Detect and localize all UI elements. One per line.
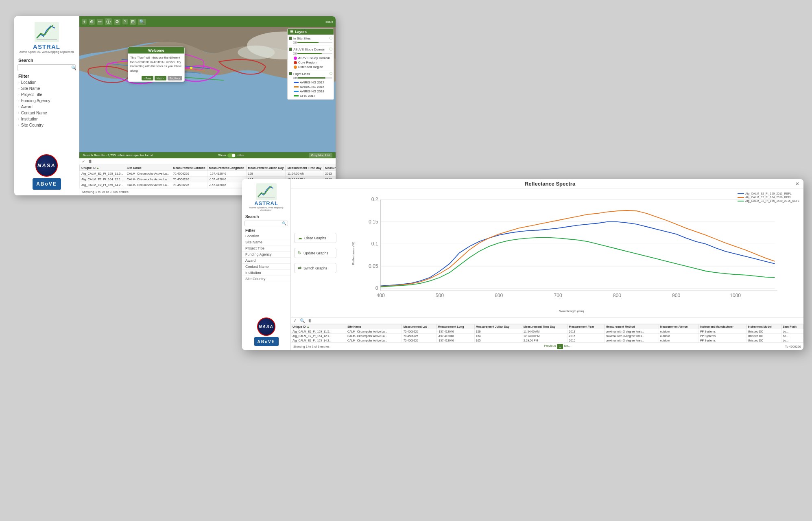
opacity-slider-above[interactable]: [297, 53, 332, 54]
graphing-list-btn[interactable]: Graphing List: [309, 153, 332, 158]
filter-award[interactable]: › Award: [14, 104, 79, 110]
add-layer-btn[interactable]: +: [82, 19, 87, 24]
second-search-icon[interactable]: 🔍: [282, 221, 286, 225]
legend-line-2: [738, 201, 744, 201]
filter-institution[interactable]: › Institution: [14, 116, 79, 122]
second-filter-location[interactable]: Location: [242, 233, 290, 239]
update-graphs-btn[interactable]: ↻ Update Graphs: [294, 248, 336, 258]
layer-above-checkbox[interactable]: [289, 48, 292, 51]
cell-site-2: CALM- Circumpolar Active La...: [125, 182, 171, 188]
filter-projecttitle[interactable]: › Project Title: [14, 92, 79, 98]
layer-insitu-checkbox[interactable]: [289, 37, 292, 40]
zoom-btn[interactable]: ⊞: [130, 19, 136, 25]
info-btn[interactable]: ⓘ: [105, 18, 112, 25]
s-col-uniqueid[interactable]: Unique ID ▲: [291, 324, 346, 329]
svg-text:0.15: 0.15: [369, 219, 378, 225]
s-col-lat[interactable]: Measurement Lat: [402, 324, 437, 329]
prev-btn[interactable]: ‹ Prev: [142, 76, 153, 81]
s-col-year[interactable]: Measurement Year: [568, 324, 604, 329]
svg-text:900: 900: [672, 293, 680, 298]
s-col-timeday[interactable]: Measurement Time Day: [522, 324, 568, 329]
search-map-btn[interactable]: 🔍: [138, 19, 146, 25]
search-icon[interactable]: 🔍: [71, 66, 76, 70]
divider-1: [289, 46, 332, 46]
second-trash-icon[interactable]: 🗑: [308, 318, 312, 323]
col-long[interactable]: Measurement Longitude: [207, 165, 246, 171]
trash-icon[interactable]: 🗑: [88, 159, 92, 164]
clear-graphs-btn[interactable]: ☁ Clear Graphs: [294, 233, 336, 243]
second-nasa-logo: NASA: [257, 317, 275, 336]
filter-sitecountry[interactable]: › Site Country: [14, 122, 79, 128]
main-window: ASTRAL Above SpectRAL Web Mapping Applic…: [14, 16, 336, 195]
second-filter-award[interactable]: Award: [242, 258, 290, 264]
second-pagination-info: Showing 1 to 3 of 3 entries: [293, 345, 330, 348]
s-col-samplath[interactable]: Sam Plath: [781, 324, 803, 329]
second-check-icon[interactable]: ✓: [293, 318, 297, 323]
chevron-right-icon: ›: [18, 93, 20, 96]
update-graphs-label: Update Graphs: [303, 251, 328, 255]
layer-insitu[interactable]: In Situ Sites ⓘ: [289, 36, 332, 41]
svg-text:400: 400: [376, 293, 384, 298]
end-tour-btn[interactable]: End tour: [168, 76, 182, 81]
layer-flightlines[interactable]: Flight Lines ⓘ: [289, 71, 332, 76]
layer-above[interactable]: ABoVE Study Domain ⓘ: [289, 47, 332, 52]
switch-graphs-btn[interactable]: ⇌ Switch Graphs: [294, 263, 336, 273]
second-prev-page[interactable]: Previous: [544, 344, 556, 349]
s-cell-time-2: 2:29:00 PM: [522, 338, 568, 343]
s-col-julian[interactable]: Measurement Julian Day: [474, 324, 522, 329]
s-cell-venue-0: outdoor: [659, 329, 698, 334]
draw-btn[interactable]: ✏: [97, 19, 103, 25]
cell-lat-2: 70.4506226: [171, 182, 207, 188]
toggle-switch[interactable]: [227, 153, 236, 158]
second-filter-institution[interactable]: Institution: [242, 270, 290, 276]
layer-flightlines-checkbox[interactable]: [289, 72, 292, 75]
next-btn[interactable]: Next ›: [155, 76, 166, 81]
s-cell-julian-1: 164: [474, 334, 522, 338]
divider-2: [289, 70, 332, 70]
opacity-slider-fl[interactable]: [297, 77, 332, 79]
second-filter-sitename[interactable]: Site Name: [242, 239, 290, 245]
second-search-input[interactable]: [246, 221, 282, 225]
s-cell-mfr-1: PP Systems: [698, 334, 747, 338]
search-input[interactable]: [20, 66, 71, 70]
second-search-map-icon[interactable]: 🔍: [300, 318, 305, 323]
s-col-long[interactable]: Measurement Long: [437, 324, 475, 329]
second-search-row[interactable]: 🔍: [244, 221, 288, 226]
s-col-sitename[interactable]: Site Name: [346, 324, 402, 329]
miles-label: miles: [237, 153, 244, 157]
second-next-page[interactable]: Ne...: [564, 344, 571, 349]
second-filter-fundingagency[interactable]: Funding Agency: [242, 252, 290, 258]
col-lat[interactable]: Measurement Latitude: [171, 165, 207, 171]
search-row[interactable]: 🔍: [17, 64, 76, 71]
filter-location[interactable]: › Location: [14, 79, 79, 85]
filter-fundingagency[interactable]: › Funding Agency: [14, 98, 79, 104]
welcome-header: Welcome: [128, 47, 184, 54]
filter-sitename[interactable]: › Site Name: [14, 85, 79, 92]
opacity-slider-insitu[interactable]: [297, 42, 332, 43]
s-col-model[interactable]: Instrument Model: [747, 324, 781, 329]
pan-btn[interactable]: ⊕: [89, 19, 95, 25]
second-page-1[interactable]: 1: [557, 344, 563, 349]
legend-item-1: Atg_CALM_E2_Pt_164_2016_REFL: [738, 196, 799, 199]
check-icon[interactable]: ✓: [82, 159, 85, 164]
col-uniqueid[interactable]: Unique ID ▲: [80, 165, 125, 171]
second-filter-projecttitle[interactable]: Project Title: [242, 245, 290, 252]
col-sitename[interactable]: Site Name: [125, 165, 171, 171]
help-btn[interactable]: ?: [122, 19, 127, 24]
s-col-venue[interactable]: Measurement Venue: [659, 324, 698, 329]
s-cell-uid-0: Atg_CALM_E2_Pt_159_11.5...: [291, 329, 346, 334]
col-julian[interactable]: Measurement Julian Day: [246, 165, 286, 171]
chart-close-btn[interactable]: ✕: [795, 181, 799, 187]
second-filter-sitecountry[interactable]: Site Country: [242, 276, 290, 282]
col-timeday[interactable]: Measurement Time Day: [286, 165, 323, 171]
second-action-row: ✓ 🔍 🗑: [291, 317, 803, 324]
settings-btn[interactable]: ⚙: [114, 19, 120, 25]
s-col-mfr[interactable]: Instrument Manufacturer: [698, 324, 747, 329]
fl-cfis2017: CFIS 2017: [294, 94, 332, 98]
filter-contactname[interactable]: › Contact Name: [14, 110, 79, 116]
sidebar-logos: NASA ABoVE: [14, 152, 79, 192]
chart-legend: Atg_CALM_E2_Pt_159_2013_REFL Atg_CALM_E2…: [738, 192, 799, 203]
second-filter-contactname[interactable]: Contact Name: [242, 264, 290, 270]
col-year[interactable]: Measurement Year: [323, 165, 336, 171]
s-col-method[interactable]: Measurement Method: [604, 324, 659, 329]
